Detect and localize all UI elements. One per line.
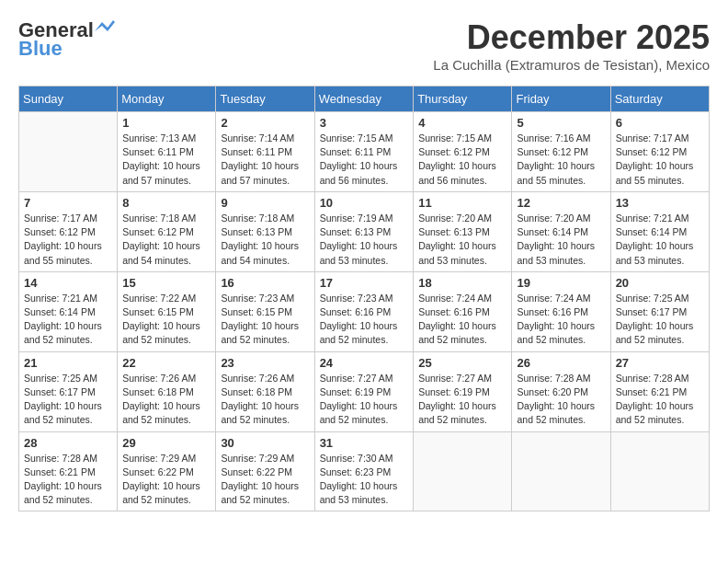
table-row: 14Sunrise: 7:21 AMSunset: 6:14 PMDayligh… [19, 271, 118, 351]
logo-general: General [18, 18, 94, 42]
calendar-week-row: 28Sunrise: 7:28 AMSunset: 6:21 PMDayligh… [19, 431, 710, 511]
day-number: 27 [616, 356, 704, 370]
day-number: 11 [418, 196, 506, 210]
col-saturday: Saturday [610, 86, 709, 112]
day-number: 20 [616, 276, 704, 290]
day-number: 14 [24, 276, 112, 290]
day-number: 28 [24, 436, 112, 450]
col-friday: Friday [512, 86, 610, 112]
day-number: 30 [221, 436, 309, 450]
day-info: Sunrise: 7:28 AMSunset: 6:21 PMDaylight:… [616, 372, 704, 428]
day-number: 31 [320, 436, 409, 450]
table-row: 25Sunrise: 7:27 AMSunset: 6:19 PMDayligh… [414, 351, 512, 431]
day-info: Sunrise: 7:28 AMSunset: 6:20 PMDaylight:… [517, 372, 605, 428]
day-number: 5 [517, 116, 605, 130]
table-row: 4Sunrise: 7:15 AMSunset: 6:12 PMDaylight… [414, 112, 512, 192]
table-row: 8Sunrise: 7:18 AMSunset: 6:12 PMDaylight… [118, 191, 216, 271]
day-number: 18 [418, 276, 506, 290]
day-info: Sunrise: 7:29 AMSunset: 6:22 PMDaylight:… [122, 452, 210, 508]
day-info: Sunrise: 7:18 AMSunset: 6:12 PMDaylight:… [122, 212, 210, 268]
table-row: 24Sunrise: 7:27 AMSunset: 6:19 PMDayligh… [314, 351, 414, 431]
table-row: 20Sunrise: 7:25 AMSunset: 6:17 PMDayligh… [610, 271, 709, 351]
day-number: 24 [320, 356, 409, 370]
day-info: Sunrise: 7:15 AMSunset: 6:11 PMDaylight:… [320, 132, 409, 188]
day-number: 3 [320, 116, 409, 130]
col-thursday: Thursday [414, 86, 512, 112]
day-number: 9 [221, 196, 309, 210]
svg-marker-0 [95, 20, 115, 31]
day-number: 4 [418, 116, 506, 130]
month-title: December 2025 [433, 18, 710, 57]
calendar-header-row: Sunday Monday Tuesday Wednesday Thursday… [19, 86, 710, 112]
day-info: Sunrise: 7:23 AMSunset: 6:15 PMDaylight:… [221, 292, 309, 348]
day-number: 7 [24, 196, 112, 210]
day-info: Sunrise: 7:30 AMSunset: 6:23 PMDaylight:… [320, 452, 409, 508]
day-info: Sunrise: 7:26 AMSunset: 6:18 PMDaylight:… [122, 372, 210, 428]
day-info: Sunrise: 7:21 AMSunset: 6:14 PMDaylight:… [616, 212, 704, 268]
day-number: 17 [320, 276, 409, 290]
table-row: 22Sunrise: 7:26 AMSunset: 6:18 PMDayligh… [118, 351, 216, 431]
day-info: Sunrise: 7:18 AMSunset: 6:13 PMDaylight:… [221, 212, 309, 268]
day-number: 22 [122, 356, 210, 370]
day-number: 23 [221, 356, 309, 370]
col-tuesday: Tuesday [216, 86, 314, 112]
day-info: Sunrise: 7:21 AMSunset: 6:14 PMDaylight:… [24, 292, 112, 348]
table-row [414, 431, 512, 511]
day-number: 21 [24, 356, 112, 370]
day-info: Sunrise: 7:29 AMSunset: 6:22 PMDaylight:… [221, 452, 309, 508]
calendar-week-row: 1Sunrise: 7:13 AMSunset: 6:11 PMDaylight… [19, 112, 710, 192]
day-number: 2 [221, 116, 309, 130]
day-number: 19 [517, 276, 605, 290]
day-number: 6 [616, 116, 704, 130]
table-row: 27Sunrise: 7:28 AMSunset: 6:21 PMDayligh… [610, 351, 709, 431]
day-info: Sunrise: 7:16 AMSunset: 6:12 PMDaylight:… [517, 132, 605, 188]
table-row: 31Sunrise: 7:30 AMSunset: 6:23 PMDayligh… [314, 431, 414, 511]
table-row: 29Sunrise: 7:29 AMSunset: 6:22 PMDayligh… [118, 431, 216, 511]
table-row: 9Sunrise: 7:18 AMSunset: 6:13 PMDaylight… [216, 191, 314, 271]
day-number: 15 [122, 276, 210, 290]
calendar-week-row: 7Sunrise: 7:17 AMSunset: 6:12 PMDaylight… [19, 191, 710, 271]
table-row: 7Sunrise: 7:17 AMSunset: 6:12 PMDaylight… [19, 191, 118, 271]
day-info: Sunrise: 7:25 AMSunset: 6:17 PMDaylight:… [616, 292, 704, 348]
table-row [512, 431, 610, 511]
day-info: Sunrise: 7:14 AMSunset: 6:11 PMDaylight:… [221, 132, 309, 188]
table-row: 1Sunrise: 7:13 AMSunset: 6:11 PMDaylight… [118, 112, 216, 192]
table-row: 12Sunrise: 7:20 AMSunset: 6:14 PMDayligh… [512, 191, 610, 271]
page-container: General Blue December 2025 La Cuchilla (… [18, 18, 710, 511]
table-row: 19Sunrise: 7:24 AMSunset: 6:16 PMDayligh… [512, 271, 610, 351]
title-area: December 2025 La Cuchilla (Extramuros de… [433, 18, 710, 82]
table-row: 5Sunrise: 7:16 AMSunset: 6:12 PMDaylight… [512, 112, 610, 192]
day-info: Sunrise: 7:24 AMSunset: 6:16 PMDaylight:… [418, 292, 506, 348]
day-info: Sunrise: 7:22 AMSunset: 6:15 PMDaylight:… [122, 292, 210, 348]
day-info: Sunrise: 7:27 AMSunset: 6:19 PMDaylight:… [418, 372, 506, 428]
header: General Blue December 2025 La Cuchilla (… [18, 18, 710, 82]
day-info: Sunrise: 7:17 AMSunset: 6:12 PMDaylight:… [616, 132, 704, 188]
logo-bird-icon [95, 18, 115, 35]
day-info: Sunrise: 7:26 AMSunset: 6:18 PMDaylight:… [221, 372, 309, 428]
calendar-week-row: 14Sunrise: 7:21 AMSunset: 6:14 PMDayligh… [19, 271, 710, 351]
table-row: 21Sunrise: 7:25 AMSunset: 6:17 PMDayligh… [19, 351, 118, 431]
subtitle: La Cuchilla (Extramuros de Tesistan), Me… [433, 57, 710, 73]
day-info: Sunrise: 7:15 AMSunset: 6:12 PMDaylight:… [418, 132, 506, 188]
day-number: 1 [122, 116, 210, 130]
table-row: 28Sunrise: 7:28 AMSunset: 6:21 PMDayligh… [19, 431, 118, 511]
table-row [610, 431, 709, 511]
day-info: Sunrise: 7:13 AMSunset: 6:11 PMDaylight:… [122, 132, 210, 188]
day-number: 13 [616, 196, 704, 210]
col-sunday: Sunday [19, 86, 118, 112]
day-number: 29 [122, 436, 210, 450]
col-wednesday: Wednesday [314, 86, 414, 112]
day-info: Sunrise: 7:20 AMSunset: 6:13 PMDaylight:… [418, 212, 506, 268]
table-row: 6Sunrise: 7:17 AMSunset: 6:12 PMDaylight… [610, 112, 709, 192]
day-info: Sunrise: 7:20 AMSunset: 6:14 PMDaylight:… [517, 212, 605, 268]
table-row: 30Sunrise: 7:29 AMSunset: 6:22 PMDayligh… [216, 431, 314, 511]
day-info: Sunrise: 7:25 AMSunset: 6:17 PMDaylight:… [24, 372, 112, 428]
table-row: 15Sunrise: 7:22 AMSunset: 6:15 PMDayligh… [118, 271, 216, 351]
day-number: 26 [517, 356, 605, 370]
day-info: Sunrise: 7:23 AMSunset: 6:16 PMDaylight:… [320, 292, 409, 348]
table-row: 3Sunrise: 7:15 AMSunset: 6:11 PMDaylight… [314, 112, 414, 192]
day-number: 25 [418, 356, 506, 370]
table-row: 16Sunrise: 7:23 AMSunset: 6:15 PMDayligh… [216, 271, 314, 351]
day-number: 16 [221, 276, 309, 290]
col-monday: Monday [118, 86, 216, 112]
